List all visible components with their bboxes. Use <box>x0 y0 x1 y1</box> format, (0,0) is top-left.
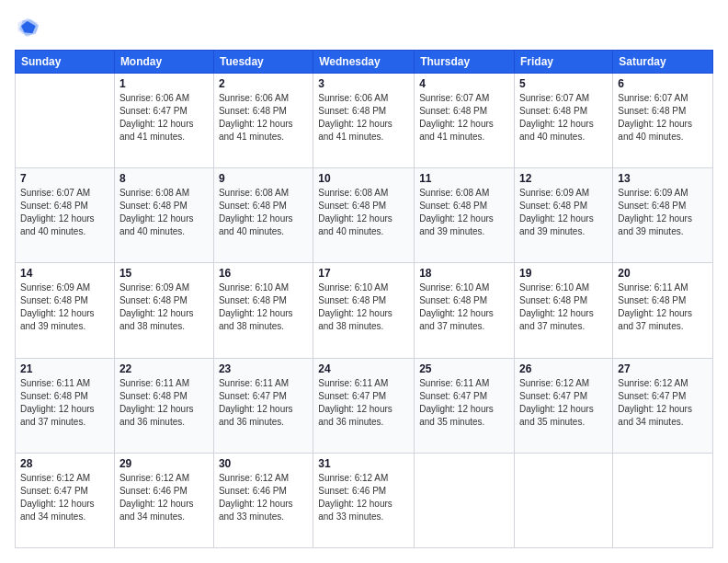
day-info: Sunrise: 6:07 AM Sunset: 6:48 PM Dayligh… <box>618 92 708 144</box>
calendar-cell: 29Sunrise: 6:12 AM Sunset: 6:46 PM Dayli… <box>114 453 213 547</box>
day-number: 14 <box>20 267 109 280</box>
day-info: Sunrise: 6:06 AM Sunset: 6:48 PM Dayligh… <box>219 92 308 144</box>
day-number: 20 <box>618 267 708 280</box>
calendar-cell: 19Sunrise: 6:10 AM Sunset: 6:48 PM Dayli… <box>515 263 613 358</box>
day-info: Sunrise: 6:12 AM Sunset: 6:46 PM Dayligh… <box>318 472 409 523</box>
calendar-cell: 16Sunrise: 6:10 AM Sunset: 6:48 PM Dayli… <box>213 263 313 358</box>
day-number: 19 <box>519 267 608 280</box>
day-info: Sunrise: 6:09 AM Sunset: 6:48 PM Dayligh… <box>519 187 608 238</box>
calendar-cell: 14Sunrise: 6:09 AM Sunset: 6:48 PM Dayli… <box>16 263 115 358</box>
day-info: Sunrise: 6:12 AM Sunset: 6:47 PM Dayligh… <box>618 377 708 429</box>
day-info: Sunrise: 6:09 AM Sunset: 6:48 PM Dayligh… <box>618 187 708 238</box>
day-info: Sunrise: 6:12 AM Sunset: 6:47 PM Dayligh… <box>519 377 608 429</box>
day-info: Sunrise: 6:10 AM Sunset: 6:48 PM Dayligh… <box>419 282 509 333</box>
weekday-header-wednesday: Wednesday <box>313 51 415 74</box>
day-info: Sunrise: 6:06 AM Sunset: 6:48 PM Dayligh… <box>318 92 409 144</box>
calendar-cell: 12Sunrise: 6:09 AM Sunset: 6:48 PM Dayli… <box>515 168 613 263</box>
weekday-header-tuesday: Tuesday <box>213 51 313 74</box>
day-info: Sunrise: 6:09 AM Sunset: 6:48 PM Dayligh… <box>119 282 209 333</box>
day-number: 30 <box>219 457 308 470</box>
day-info: Sunrise: 6:08 AM Sunset: 6:48 PM Dayligh… <box>318 187 409 238</box>
weekday-header-friday: Friday <box>515 51 613 74</box>
day-info: Sunrise: 6:11 AM Sunset: 6:48 PM Dayligh… <box>20 377 109 429</box>
day-number: 12 <box>519 172 608 185</box>
calendar-cell <box>515 453 613 547</box>
calendar-table: SundayMondayTuesdayWednesdayThursdayFrid… <box>15 50 713 548</box>
calendar-cell <box>415 453 515 547</box>
calendar-cell: 13Sunrise: 6:09 AM Sunset: 6:48 PM Dayli… <box>613 168 713 263</box>
day-info: Sunrise: 6:08 AM Sunset: 6:48 PM Dayligh… <box>419 187 509 238</box>
day-number: 3 <box>318 77 409 90</box>
day-number: 23 <box>219 362 308 375</box>
calendar-cell: 31Sunrise: 6:12 AM Sunset: 6:46 PM Dayli… <box>313 453 415 547</box>
calendar-cell: 5Sunrise: 6:07 AM Sunset: 6:48 PM Daylig… <box>515 74 613 168</box>
day-number: 28 <box>20 457 109 470</box>
calendar-cell: 10Sunrise: 6:08 AM Sunset: 6:48 PM Dayli… <box>313 168 415 263</box>
calendar-week-row: 1Sunrise: 6:06 AM Sunset: 6:47 PM Daylig… <box>16 74 713 168</box>
calendar-week-row: 21Sunrise: 6:11 AM Sunset: 6:48 PM Dayli… <box>16 358 713 453</box>
day-info: Sunrise: 6:07 AM Sunset: 6:48 PM Dayligh… <box>519 92 608 144</box>
calendar-cell: 23Sunrise: 6:11 AM Sunset: 6:47 PM Dayli… <box>213 358 313 453</box>
day-number: 25 <box>419 362 509 375</box>
logo <box>15 15 44 40</box>
day-number: 29 <box>119 457 209 470</box>
day-info: Sunrise: 6:11 AM Sunset: 6:48 PM Dayligh… <box>618 282 708 333</box>
day-info: Sunrise: 6:11 AM Sunset: 6:47 PM Dayligh… <box>318 377 409 429</box>
day-number: 1 <box>119 77 209 90</box>
day-number: 13 <box>618 172 708 185</box>
day-info: Sunrise: 6:08 AM Sunset: 6:48 PM Dayligh… <box>119 187 209 238</box>
calendar-cell: 20Sunrise: 6:11 AM Sunset: 6:48 PM Dayli… <box>613 263 713 358</box>
day-number: 15 <box>119 267 209 280</box>
day-number: 6 <box>618 77 708 90</box>
day-number: 4 <box>419 77 509 90</box>
calendar-cell: 26Sunrise: 6:12 AM Sunset: 6:47 PM Dayli… <box>515 358 613 453</box>
day-number: 8 <box>119 172 209 185</box>
day-number: 16 <box>219 267 308 280</box>
day-number: 5 <box>519 77 608 90</box>
day-number: 11 <box>419 172 509 185</box>
page: SundayMondayTuesdayWednesdayThursdayFrid… <box>0 0 728 563</box>
day-info: Sunrise: 6:11 AM Sunset: 6:47 PM Dayligh… <box>219 377 308 429</box>
calendar-week-row: 14Sunrise: 6:09 AM Sunset: 6:48 PM Dayli… <box>16 263 713 358</box>
day-number: 31 <box>318 457 409 470</box>
day-info: Sunrise: 6:10 AM Sunset: 6:48 PM Dayligh… <box>318 282 409 333</box>
calendar-cell: 30Sunrise: 6:12 AM Sunset: 6:46 PM Dayli… <box>213 453 313 547</box>
calendar-cell: 15Sunrise: 6:09 AM Sunset: 6:48 PM Dayli… <box>114 263 213 358</box>
day-number: 24 <box>318 362 409 375</box>
day-number: 7 <box>20 172 109 185</box>
day-info: Sunrise: 6:09 AM Sunset: 6:48 PM Dayligh… <box>20 282 109 333</box>
day-number: 9 <box>219 172 308 185</box>
day-number: 26 <box>519 362 608 375</box>
day-number: 2 <box>219 77 308 90</box>
day-number: 17 <box>318 267 409 280</box>
day-number: 21 <box>20 362 109 375</box>
calendar-cell: 11Sunrise: 6:08 AM Sunset: 6:48 PM Dayli… <box>415 168 515 263</box>
calendar-cell: 9Sunrise: 6:08 AM Sunset: 6:48 PM Daylig… <box>213 168 313 263</box>
day-info: Sunrise: 6:11 AM Sunset: 6:48 PM Dayligh… <box>119 377 209 429</box>
calendar-cell: 8Sunrise: 6:08 AM Sunset: 6:48 PM Daylig… <box>114 168 213 263</box>
calendar-week-row: 7Sunrise: 6:07 AM Sunset: 6:48 PM Daylig… <box>16 168 713 263</box>
weekday-header-thursday: Thursday <box>415 51 515 74</box>
day-info: Sunrise: 6:10 AM Sunset: 6:48 PM Dayligh… <box>519 282 608 333</box>
weekday-header-sunday: Sunday <box>16 51 115 74</box>
calendar-cell: 4Sunrise: 6:07 AM Sunset: 6:48 PM Daylig… <box>415 74 515 168</box>
calendar-cell: 22Sunrise: 6:11 AM Sunset: 6:48 PM Dayli… <box>114 358 213 453</box>
calendar-cell: 24Sunrise: 6:11 AM Sunset: 6:47 PM Dayli… <box>313 358 415 453</box>
day-info: Sunrise: 6:06 AM Sunset: 6:47 PM Dayligh… <box>119 92 209 144</box>
calendar-cell: 3Sunrise: 6:06 AM Sunset: 6:48 PM Daylig… <box>313 74 415 168</box>
day-info: Sunrise: 6:07 AM Sunset: 6:48 PM Dayligh… <box>20 187 109 238</box>
day-info: Sunrise: 6:10 AM Sunset: 6:48 PM Dayligh… <box>219 282 308 333</box>
calendar-cell: 28Sunrise: 6:12 AM Sunset: 6:47 PM Dayli… <box>16 453 115 547</box>
calendar-cell: 27Sunrise: 6:12 AM Sunset: 6:47 PM Dayli… <box>613 358 713 453</box>
header <box>15 15 713 40</box>
calendar-week-row: 28Sunrise: 6:12 AM Sunset: 6:47 PM Dayli… <box>16 453 713 547</box>
calendar-cell <box>16 74 115 168</box>
day-number: 27 <box>618 362 708 375</box>
calendar-cell: 2Sunrise: 6:06 AM Sunset: 6:48 PM Daylig… <box>213 74 313 168</box>
day-info: Sunrise: 6:11 AM Sunset: 6:47 PM Dayligh… <box>419 377 509 429</box>
logo-icon <box>15 15 40 40</box>
day-info: Sunrise: 6:08 AM Sunset: 6:48 PM Dayligh… <box>219 187 308 238</box>
calendar-cell: 18Sunrise: 6:10 AM Sunset: 6:48 PM Dayli… <box>415 263 515 358</box>
calendar-cell: 21Sunrise: 6:11 AM Sunset: 6:48 PM Dayli… <box>16 358 115 453</box>
calendar-cell: 17Sunrise: 6:10 AM Sunset: 6:48 PM Dayli… <box>313 263 415 358</box>
